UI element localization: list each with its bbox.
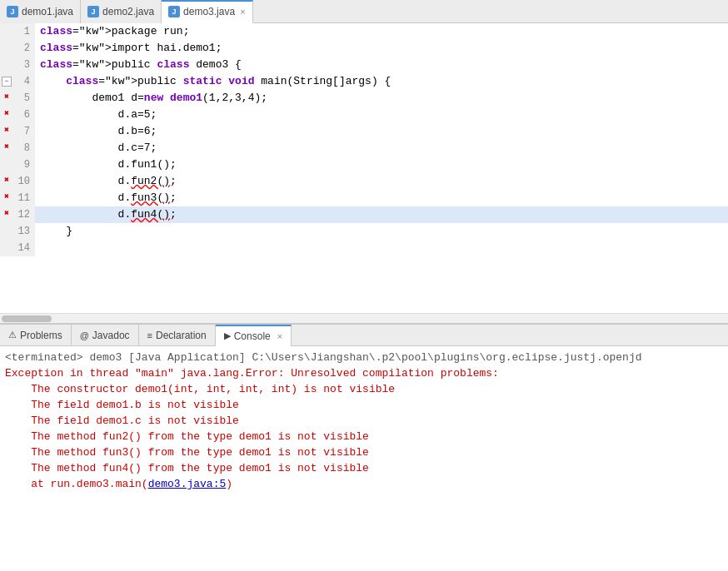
tab-label: demo1.java bbox=[22, 6, 73, 17]
line-number: 5✖ bbox=[0, 90, 35, 107]
error-marker: ✖ bbox=[1, 208, 12, 220]
line-number: 11✖ bbox=[0, 190, 35, 206]
console-line-2: The field demo1.b is not visible bbox=[5, 397, 723, 413]
console-line-6: The method fun4() from the type demo1 is… bbox=[5, 460, 723, 476]
error-marker: ✖ bbox=[1, 125, 12, 137]
line-number: 4− bbox=[0, 73, 35, 90]
line-code: d.b=6; bbox=[35, 123, 728, 140]
bottom-tab-declaration[interactable]: ≡Declaration bbox=[139, 325, 216, 346]
line-code bbox=[35, 240, 728, 256]
tab-close-button[interactable]: × bbox=[240, 7, 245, 17]
bottom-tab-console[interactable]: ▶Console× bbox=[216, 325, 292, 346]
code-line-5: 5✖ demo1 d=new demo1(1,2,3,4); bbox=[0, 90, 728, 107]
code-container: 1class="kw">package run;2class="kw">impo… bbox=[0, 23, 728, 313]
code-line-2: 2class="kw">import hai.demo1; bbox=[0, 40, 728, 57]
bottom-panel: ⚠Problems@Javadoc≡Declaration▶Console× <… bbox=[0, 323, 728, 571]
line-code: d.fun1(); bbox=[35, 156, 728, 173]
editor-tab-bar: Jdemo1.javaJdemo2.javaJdemo3.java× bbox=[0, 0, 728, 23]
tab-demo1[interactable]: Jdemo1.java bbox=[0, 0, 81, 23]
line-number: 12✖ bbox=[0, 206, 35, 223]
error-marker: ✖ bbox=[1, 108, 12, 120]
console-terminated-line: <terminated> demo3 [Java Application] C:… bbox=[5, 350, 723, 365]
editor-area: 1class="kw">package run;2class="kw">impo… bbox=[0, 23, 728, 323]
error-marker: ✖ bbox=[1, 92, 12, 103]
code-lines: 1class="kw">package run;2class="kw">impo… bbox=[0, 23, 728, 313]
line-code: d.c=7; bbox=[35, 140, 728, 156]
error-marker: ✖ bbox=[1, 175, 12, 186]
code-line-1: 1class="kw">package run; bbox=[0, 23, 728, 40]
line-number: 10✖ bbox=[0, 173, 35, 190]
java-icon: J bbox=[168, 6, 180, 17]
code-line-14: 14 bbox=[0, 240, 728, 256]
console-line-4: The method fun2() from the type demo1 is… bbox=[5, 429, 723, 444]
line-code: d.a=5; bbox=[35, 107, 728, 123]
tab-demo2[interactable]: Jdemo2.java bbox=[81, 0, 162, 23]
line-number: 6✖ bbox=[0, 107, 35, 123]
line-code: class="kw">import hai.demo1; bbox=[35, 40, 728, 57]
code-line-8: 8✖ d.c=7; bbox=[0, 140, 728, 156]
bottom-tab-javadoc[interactable]: @Javadoc bbox=[72, 325, 139, 346]
tab-label: demo3.java bbox=[183, 6, 235, 17]
code-line-4: 4− class="kw">public static void main(St… bbox=[0, 73, 728, 90]
console-icon: ▶ bbox=[224, 330, 231, 341]
java-icon: J bbox=[87, 6, 99, 17]
declaration-icon: ≡ bbox=[147, 330, 152, 340]
code-line-7: 7✖ d.b=6; bbox=[0, 123, 728, 140]
line-code: d.fun4(); bbox=[35, 206, 728, 223]
tab-demo3[interactable]: Jdemo3.java× bbox=[162, 0, 252, 23]
line-code: d.fun2(); bbox=[35, 173, 728, 190]
line-number: 14 bbox=[0, 240, 35, 256]
code-line-9: 9 d.fun1(); bbox=[0, 156, 728, 173]
line-code: } bbox=[35, 223, 728, 240]
code-line-3: 3class="kw">public class demo3 { bbox=[0, 57, 728, 73]
line-number: 7✖ bbox=[0, 123, 35, 140]
javadoc-icon: @ bbox=[80, 330, 89, 340]
stack-trace-link[interactable]: demo3.java:5 bbox=[148, 478, 227, 490]
tab-label: demo2.java bbox=[102, 6, 154, 17]
line-number: 2 bbox=[0, 40, 35, 57]
line-code: class="kw">public class demo3 { bbox=[35, 57, 728, 73]
console-line-1: The constructor demo1(int, int, int, int… bbox=[5, 381, 723, 397]
line-number: 1 bbox=[0, 23, 35, 40]
scrollbar-thumb[interactable] bbox=[2, 315, 52, 322]
bottom-tab-problems[interactable]: ⚠Problems bbox=[0, 325, 72, 346]
console-line-8: at run.demo3.main(demo3.java:5) bbox=[5, 476, 723, 492]
console-line-5: The method fun3() from the type demo1 is… bbox=[5, 444, 723, 460]
bottom-tab-label: Javadoc bbox=[92, 330, 130, 341]
line-code: class="kw">package run; bbox=[35, 23, 728, 40]
error-marker: ✖ bbox=[1, 191, 12, 203]
console-line-3: The field demo1.c is not visible bbox=[5, 413, 723, 429]
line-code: demo1 d=new demo1(1,2,3,4); bbox=[35, 90, 728, 107]
horizontal-scrollbar[interactable] bbox=[0, 313, 728, 323]
code-line-13: 13 } bbox=[0, 223, 728, 240]
problems-icon: ⚠ bbox=[8, 330, 17, 340]
bottom-tab-label: Declaration bbox=[156, 330, 207, 341]
bottom-tab-bar: ⚠Problems@Javadoc≡Declaration▶Console× bbox=[0, 325, 728, 346]
line-number: 9 bbox=[0, 156, 35, 173]
java-icon: J bbox=[7, 6, 18, 17]
console-content: <terminated> demo3 [Java Application] C:… bbox=[0, 346, 728, 571]
code-line-11: 11✖ d.fun3(); bbox=[0, 190, 728, 206]
code-line-12: 12✖ d.fun4(); bbox=[0, 206, 728, 223]
bottom-tab-label: Console bbox=[234, 330, 271, 342]
error-marker: ✖ bbox=[1, 142, 12, 153]
console-line-0: Exception in thread "main" java.lang.Err… bbox=[5, 365, 723, 381]
code-line-10: 10✖ d.fun2(); bbox=[0, 173, 728, 190]
fold-marker[interactable]: − bbox=[2, 77, 12, 87]
bottom-tab-close[interactable]: × bbox=[277, 331, 282, 341]
code-line-6: 6✖ d.a=5; bbox=[0, 107, 728, 123]
line-number: 8✖ bbox=[0, 140, 35, 156]
line-number: 13 bbox=[0, 223, 35, 240]
line-number: 3 bbox=[0, 57, 35, 73]
line-code: d.fun3(); bbox=[35, 190, 728, 206]
line-code: class="kw">public static void main(Strin… bbox=[35, 73, 728, 90]
bottom-tab-label: Problems bbox=[20, 330, 62, 341]
